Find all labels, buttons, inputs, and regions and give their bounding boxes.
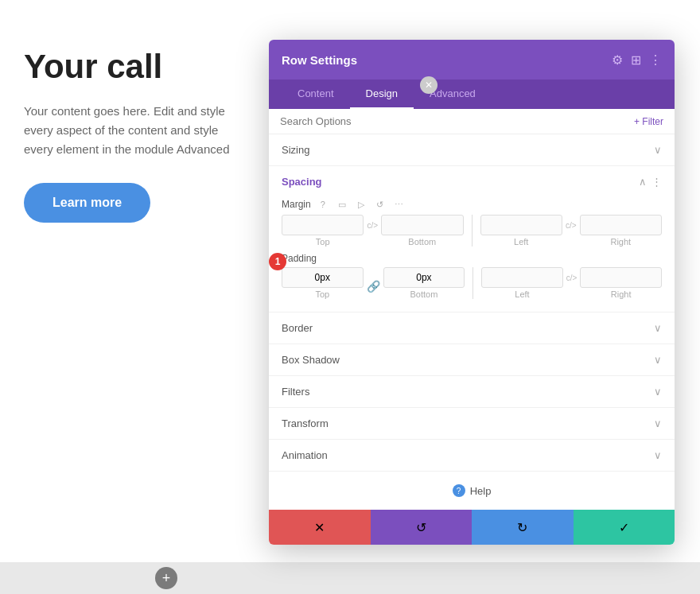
padding-left-label: Left <box>515 289 529 299</box>
spacing-more-icon[interactable]: ⋮ <box>651 176 662 188</box>
margin-right-label: Right <box>610 237 631 247</box>
margin-bottom-wrap: Bottom <box>381 215 463 247</box>
help-icon: ? <box>453 484 465 497</box>
padding-label-row: Padding <box>282 253 662 264</box>
spacing-controls: Margin ? ▭ ▷ ↺ ⋯ Top c/> Bott <box>269 197 675 312</box>
reset-icon: ↺ <box>416 520 426 535</box>
margin-left-input[interactable] <box>480 215 562 235</box>
section-border[interactable]: Border ∨ <box>269 313 675 344</box>
padding-left-wrap: Left <box>481 267 563 299</box>
margin-reset-icon[interactable]: ↺ <box>373 197 387 212</box>
animation-label: Animation <box>282 449 328 461</box>
modal-panel: Row Settings ⚙ ⊞ ⋮ Content Design Advanc… <box>269 40 675 545</box>
modal-title: Row Settings <box>282 53 357 67</box>
section-transform[interactable]: Transform ∨ <box>269 408 675 440</box>
border-chevron: ∨ <box>654 322 662 334</box>
padding-right-label: Right <box>611 289 632 299</box>
page-title: Your call <box>24 48 162 86</box>
margin-left-label: Left <box>514 237 528 247</box>
margin-extra-icon[interactable]: ⋯ <box>392 197 406 212</box>
redo-button[interactable]: ↻ <box>472 510 574 545</box>
add-button[interactable]: + <box>155 567 177 589</box>
margin-top-label: Top <box>316 237 330 247</box>
padding-left-input[interactable] <box>481 267 563 288</box>
search-bar: + Filter <box>269 109 675 134</box>
more-icon[interactable]: ⋮ <box>649 52 662 68</box>
columns-icon[interactable]: ⊞ <box>631 52 641 68</box>
padding-section-divider <box>472 267 473 299</box>
margin-left-wrap: Left <box>480 215 562 247</box>
padding-bottom-input[interactable] <box>383 267 465 288</box>
margin-tablet-icon[interactable]: ▭ <box>335 197 349 212</box>
filters-label: Filters <box>282 386 309 398</box>
transform-label: Transform <box>282 417 329 429</box>
padding-lr-divider: c/> <box>566 274 578 293</box>
margin-label-row: Margin ? ▭ ▷ ↺ ⋯ <box>282 197 662 212</box>
filter-button[interactable]: + Filter <box>634 116 663 127</box>
save-button[interactable]: ✓ <box>574 510 675 545</box>
spacing-section: Spacing ∧ ⋮ Margin ? ▭ ▷ ↺ ⋯ <box>269 166 675 313</box>
margin-bottom-input[interactable] <box>381 215 463 235</box>
padding-top-wrap: Top <box>282 267 364 299</box>
settings-icon[interactable]: ⚙ <box>612 52 623 68</box>
margin-section-divider <box>472 215 472 247</box>
section-filters[interactable]: Filters ∨ <box>269 376 675 408</box>
cancel-icon: ✕ <box>314 520 325 535</box>
margin-lr-divider: c/> <box>566 221 577 241</box>
cancel-button[interactable]: ✕ <box>269 510 371 545</box>
spacing-label: Spacing <box>282 176 322 188</box>
padding-bottom-label: Bottom <box>410 289 438 299</box>
redo-icon: ↻ <box>517 520 527 535</box>
save-icon: ✓ <box>619 520 629 535</box>
modal-header: Row Settings ⚙ ⊞ ⋮ <box>269 40 675 80</box>
reset-button[interactable]: ↺ <box>371 510 472 545</box>
tab-bar: Content Design Advanced <box>269 80 675 109</box>
margin-help-icon[interactable]: ? <box>316 197 330 212</box>
margin-top-wrap: Top <box>282 215 364 247</box>
section-animation[interactable]: Animation ∨ <box>269 440 675 472</box>
padding-right-input[interactable] <box>580 267 662 288</box>
sizing-chevron: ∨ <box>654 144 662 156</box>
sizing-label: Sizing <box>282 144 309 156</box>
badge: 1 <box>269 253 286 270</box>
margin-inputs: Top c/> Bottom Left c/> Righ <box>282 215 662 247</box>
modal-close-button[interactable]: ✕ <box>420 76 438 94</box>
padding-right-wrap: Right <box>580 267 662 299</box>
filters-chevron: ∨ <box>654 386 662 398</box>
margin-right-wrap: Right <box>580 215 662 247</box>
section-box-shadow[interactable]: Box Shadow ∨ <box>269 344 675 376</box>
help-row: ? Help <box>269 472 675 510</box>
margin-bottom-label: Bottom <box>408 237 436 247</box>
margin-text: Margin <box>282 199 311 210</box>
search-input[interactable] <box>280 115 439 127</box>
border-label: Border <box>282 322 313 334</box>
spacing-section-icons: ∧ ⋮ <box>639 176 662 188</box>
padding-inputs: Top 🔗 Bottom Left c/> Right <box>282 267 662 299</box>
section-sizing[interactable]: Sizing ∨ <box>269 134 675 166</box>
help-label: Help <box>470 485 492 497</box>
margin-top-input[interactable] <box>282 215 364 235</box>
bottom-bar: + <box>0 562 700 594</box>
padding-top-label: Top <box>315 289 329 299</box>
padding-text: Padding <box>282 253 317 264</box>
spacing-up-icon[interactable]: ∧ <box>639 176 647 188</box>
transform-chevron: ∨ <box>654 417 662 429</box>
modal-header-icons: ⚙ ⊞ ⋮ <box>612 52 662 68</box>
learn-more-button[interactable]: Learn more <box>24 183 150 223</box>
padding-link-icon[interactable]: 🔗 <box>367 280 380 293</box>
tab-design[interactable]: Design <box>350 80 414 109</box>
margin-arrow-icon[interactable]: ▷ <box>354 197 368 212</box>
padding-top-input[interactable] <box>282 267 364 288</box>
padding-bottom-wrap: Bottom <box>383 267 465 299</box>
margin-tb-divider: c/> <box>367 221 378 241</box>
tab-content[interactable]: Content <box>282 80 350 109</box>
box-shadow-label: Box Shadow <box>282 354 340 366</box>
animation-chevron: ∨ <box>654 449 662 461</box>
margin-right-input[interactable] <box>580 215 662 235</box>
footer-bar: ✕ ↺ ↻ ✓ <box>269 510 675 545</box>
box-shadow-chevron: ∨ <box>654 354 662 366</box>
page-body: Your content goes here. Edit and style e… <box>24 102 247 159</box>
spacing-header: Spacing ∧ ⋮ <box>269 166 675 191</box>
modal-body: Sizing ∨ Spacing ∧ ⋮ Margin ? ▭ ▷ ↺ <box>269 134 675 510</box>
